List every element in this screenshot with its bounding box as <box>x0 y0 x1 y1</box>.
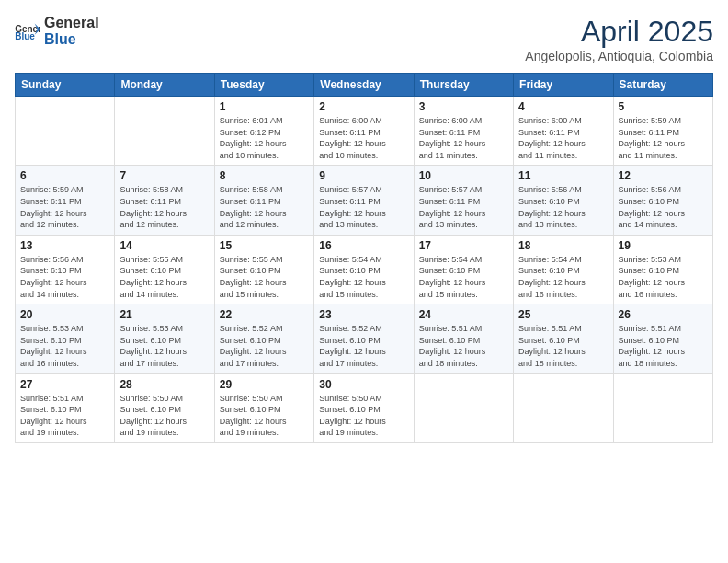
day-content: Sunrise: 5:53 AM Sunset: 6:10 PM Dayligh… <box>119 323 209 369</box>
day-header-monday: Monday <box>115 74 214 97</box>
day-content: Sunrise: 5:54 AM Sunset: 6:10 PM Dayligh… <box>319 254 408 300</box>
day-number: 24 <box>419 308 508 321</box>
day-content: Sunrise: 5:53 AM Sunset: 6:10 PM Dayligh… <box>619 254 708 300</box>
day-number: 21 <box>119 308 209 321</box>
day-number: 14 <box>119 239 209 252</box>
calendar-cell: 3Sunrise: 6:00 AM Sunset: 6:11 PM Daylig… <box>414 97 513 166</box>
day-content: Sunrise: 5:54 AM Sunset: 6:10 PM Dayligh… <box>419 254 508 300</box>
calendar-cell: 6Sunrise: 5:59 AM Sunset: 6:11 PM Daylig… <box>16 166 115 235</box>
day-number: 16 <box>319 239 408 252</box>
calendar-cell: 28Sunrise: 5:50 AM Sunset: 6:10 PM Dayli… <box>115 373 214 442</box>
calendar-week-row: 13Sunrise: 5:56 AM Sunset: 6:10 PM Dayli… <box>16 235 713 304</box>
day-content: Sunrise: 5:51 AM Sunset: 6:10 PM Dayligh… <box>419 323 508 369</box>
logo-icon: General Blue <box>15 22 40 40</box>
day-number: 11 <box>518 169 608 182</box>
calendar-cell: 5Sunrise: 5:59 AM Sunset: 6:11 PM Daylig… <box>613 97 712 166</box>
calendar-cell <box>514 373 613 442</box>
day-number: 10 <box>419 169 508 182</box>
logo: General Blue General Blue <box>15 15 99 47</box>
calendar-cell: 2Sunrise: 6:00 AM Sunset: 6:11 PM Daylig… <box>314 97 414 166</box>
day-number: 23 <box>319 308 408 321</box>
day-number: 13 <box>20 239 109 252</box>
page-header: General Blue General Blue April 2025 Ang… <box>15 15 713 63</box>
calendar-cell: 17Sunrise: 5:54 AM Sunset: 6:10 PM Dayli… <box>414 235 513 304</box>
calendar-cell: 29Sunrise: 5:50 AM Sunset: 6:10 PM Dayli… <box>214 373 313 442</box>
day-content: Sunrise: 6:01 AM Sunset: 6:12 PM Dayligh… <box>220 115 309 161</box>
day-content: Sunrise: 5:58 AM Sunset: 6:11 PM Dayligh… <box>220 184 309 230</box>
calendar-cell: 30Sunrise: 5:50 AM Sunset: 6:10 PM Dayli… <box>314 373 414 442</box>
calendar-cell: 10Sunrise: 5:57 AM Sunset: 6:11 PM Dayli… <box>414 166 513 235</box>
day-header-saturday: Saturday <box>613 74 712 97</box>
day-content: Sunrise: 5:58 AM Sunset: 6:11 PM Dayligh… <box>119 184 209 230</box>
day-content: Sunrise: 5:55 AM Sunset: 6:10 PM Dayligh… <box>220 254 309 300</box>
day-content: Sunrise: 6:00 AM Sunset: 6:11 PM Dayligh… <box>319 115 408 161</box>
calendar-week-row: 1Sunrise: 6:01 AM Sunset: 6:12 PM Daylig… <box>16 97 713 166</box>
logo-general-text: General <box>44 15 99 31</box>
calendar-cell: 24Sunrise: 5:51 AM Sunset: 6:10 PM Dayli… <box>414 304 513 373</box>
day-content: Sunrise: 5:52 AM Sunset: 6:10 PM Dayligh… <box>220 323 309 369</box>
day-number: 22 <box>220 308 309 321</box>
calendar-cell: 8Sunrise: 5:58 AM Sunset: 6:11 PM Daylig… <box>214 166 313 235</box>
day-number: 3 <box>419 100 508 113</box>
calendar-cell: 18Sunrise: 5:54 AM Sunset: 6:10 PM Dayli… <box>514 235 613 304</box>
logo-blue-text: Blue <box>44 31 99 48</box>
day-number: 27 <box>20 378 109 391</box>
day-content: Sunrise: 5:50 AM Sunset: 6:10 PM Dayligh… <box>319 393 408 439</box>
calendar-week-row: 20Sunrise: 5:53 AM Sunset: 6:10 PM Dayli… <box>16 304 713 373</box>
day-content: Sunrise: 5:59 AM Sunset: 6:11 PM Dayligh… <box>20 184 109 230</box>
day-content: Sunrise: 5:56 AM Sunset: 6:10 PM Dayligh… <box>619 184 708 230</box>
day-content: Sunrise: 6:00 AM Sunset: 6:11 PM Dayligh… <box>518 115 608 161</box>
title-block: April 2025 Angelopolis, Antioquia, Colom… <box>525 15 713 63</box>
day-number: 29 <box>220 378 309 391</box>
day-content: Sunrise: 5:50 AM Sunset: 6:10 PM Dayligh… <box>220 393 309 439</box>
calendar-cell: 27Sunrise: 5:51 AM Sunset: 6:10 PM Dayli… <box>16 373 115 442</box>
day-number: 15 <box>220 239 309 252</box>
day-number: 12 <box>619 169 708 182</box>
calendar-cell <box>115 97 214 166</box>
calendar-header: SundayMondayTuesdayWednesdayThursdayFrid… <box>16 74 713 97</box>
day-header-sunday: Sunday <box>16 74 115 97</box>
day-content: Sunrise: 5:51 AM Sunset: 6:10 PM Dayligh… <box>518 323 608 369</box>
svg-text:Blue: Blue <box>15 31 35 40</box>
calendar-cell: 25Sunrise: 5:51 AM Sunset: 6:10 PM Dayli… <box>514 304 613 373</box>
day-number: 6 <box>20 169 109 182</box>
day-content: Sunrise: 5:56 AM Sunset: 6:10 PM Dayligh… <box>20 254 109 300</box>
day-content: Sunrise: 5:50 AM Sunset: 6:10 PM Dayligh… <box>119 393 209 439</box>
day-content: Sunrise: 5:51 AM Sunset: 6:10 PM Dayligh… <box>20 393 109 439</box>
day-content: Sunrise: 5:57 AM Sunset: 6:11 PM Dayligh… <box>319 184 408 230</box>
calendar-cell: 4Sunrise: 6:00 AM Sunset: 6:11 PM Daylig… <box>514 97 613 166</box>
calendar-cell: 15Sunrise: 5:55 AM Sunset: 6:10 PM Dayli… <box>214 235 313 304</box>
day-header-friday: Friday <box>514 74 613 97</box>
calendar-cell: 11Sunrise: 5:56 AM Sunset: 6:10 PM Dayli… <box>514 166 613 235</box>
day-number: 9 <box>319 169 408 182</box>
calendar-cell <box>414 373 513 442</box>
day-content: Sunrise: 5:59 AM Sunset: 6:11 PM Dayligh… <box>619 115 708 161</box>
calendar-cell: 9Sunrise: 5:57 AM Sunset: 6:11 PM Daylig… <box>314 166 414 235</box>
calendar-week-row: 6Sunrise: 5:59 AM Sunset: 6:11 PM Daylig… <box>16 166 713 235</box>
calendar-cell: 21Sunrise: 5:53 AM Sunset: 6:10 PM Dayli… <box>115 304 214 373</box>
day-number: 26 <box>619 308 708 321</box>
day-content: Sunrise: 5:54 AM Sunset: 6:10 PM Dayligh… <box>518 254 608 300</box>
day-header-tuesday: Tuesday <box>214 74 313 97</box>
calendar-cell: 14Sunrise: 5:55 AM Sunset: 6:10 PM Dayli… <box>115 235 214 304</box>
calendar-cell: 26Sunrise: 5:51 AM Sunset: 6:10 PM Dayli… <box>613 304 712 373</box>
day-header-wednesday: Wednesday <box>314 74 414 97</box>
day-number: 1 <box>220 100 309 113</box>
day-number: 4 <box>518 100 608 113</box>
day-number: 7 <box>119 169 209 182</box>
calendar-body: 1Sunrise: 6:01 AM Sunset: 6:12 PM Daylig… <box>16 97 713 443</box>
day-header-thursday: Thursday <box>414 74 513 97</box>
day-number: 25 <box>518 308 608 321</box>
calendar-cell <box>16 97 115 166</box>
calendar-cell: 12Sunrise: 5:56 AM Sunset: 6:10 PM Dayli… <box>613 166 712 235</box>
location-subtitle: Angelopolis, Antioquia, Colombia <box>525 49 713 63</box>
day-content: Sunrise: 5:53 AM Sunset: 6:10 PM Dayligh… <box>20 323 109 369</box>
day-content: Sunrise: 5:56 AM Sunset: 6:10 PM Dayligh… <box>518 184 608 230</box>
day-number: 30 <box>319 378 408 391</box>
calendar-cell: 23Sunrise: 5:52 AM Sunset: 6:10 PM Dayli… <box>314 304 414 373</box>
day-number: 18 <box>518 239 608 252</box>
day-number: 28 <box>119 378 209 391</box>
day-content: Sunrise: 6:00 AM Sunset: 6:11 PM Dayligh… <box>419 115 508 161</box>
day-content: Sunrise: 5:57 AM Sunset: 6:11 PM Dayligh… <box>419 184 508 230</box>
day-number: 19 <box>619 239 708 252</box>
